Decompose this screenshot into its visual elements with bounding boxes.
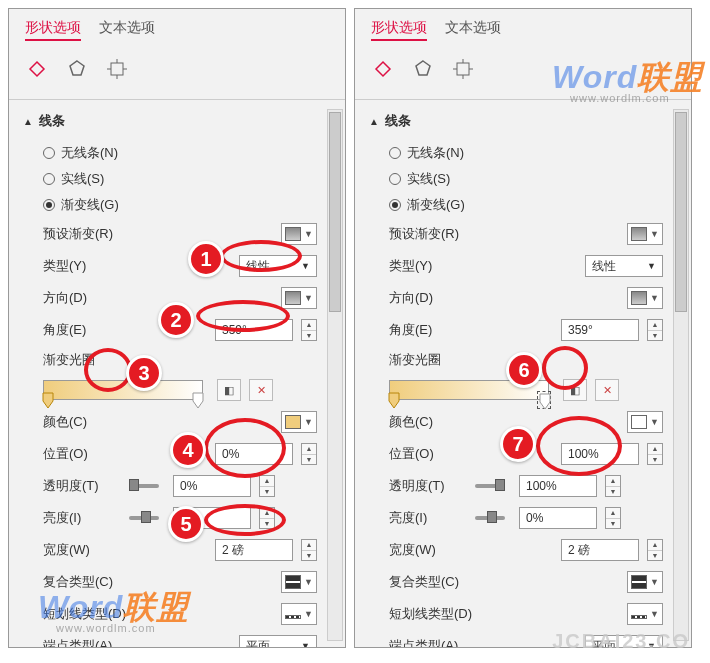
annotation-badge-3: 3 — [126, 355, 162, 391]
svg-rect-7 — [457, 63, 469, 75]
gradient-stop-1[interactable] — [41, 391, 55, 409]
label-type: 类型(Y) — [389, 257, 577, 275]
position-spinner[interactable]: ▲▼ — [301, 443, 317, 465]
tab-text-options[interactable]: 文本选项 — [99, 19, 155, 41]
label-brightness: 亮度(I) — [43, 509, 115, 527]
gradient-stop-1[interactable] — [387, 391, 401, 409]
angle-spinner[interactable]: ▲▼ — [647, 319, 663, 341]
annotation-badge-4: 4 — [170, 432, 206, 468]
label-compound: 复合类型(C) — [389, 573, 619, 591]
label-dash: 短划线类型(D) — [389, 605, 619, 623]
label-width: 宽度(W) — [43, 541, 207, 559]
fill-icon[interactable] — [25, 57, 49, 85]
transparency-input[interactable]: 100% — [519, 475, 597, 497]
brightness-slider[interactable] — [475, 516, 505, 520]
type-dropdown[interactable]: 线性▼ — [239, 255, 317, 277]
label-transparency: 透明度(T) — [43, 477, 115, 495]
direction-dropdown[interactable]: ▼ — [627, 287, 663, 309]
gradient-stop-2[interactable] — [537, 391, 551, 409]
compound-type-dropdown[interactable]: ▼ — [627, 571, 663, 593]
width-spinner[interactable]: ▲▼ — [647, 539, 663, 561]
svg-rect-1 — [111, 63, 123, 75]
vertical-scrollbar[interactable] — [327, 109, 343, 641]
direction-dropdown[interactable]: ▼ — [281, 287, 317, 309]
width-input[interactable]: 2 磅 — [561, 539, 639, 561]
tab-shape-options[interactable]: 形状选项 — [371, 19, 427, 41]
section-line[interactable]: ▲线条 — [369, 108, 663, 140]
radio-no-line[interactable]: 无线条(N) — [369, 140, 663, 166]
size-icon[interactable] — [451, 57, 475, 85]
position-input[interactable]: 100% — [561, 443, 639, 465]
dash-type-dropdown[interactable]: ▼ — [281, 603, 317, 625]
svg-marker-0 — [70, 61, 84, 75]
label-brightness: 亮度(I) — [389, 509, 461, 527]
fill-icon[interactable] — [371, 57, 395, 85]
label-direction: 方向(D) — [389, 289, 619, 307]
annotation-badge-7: 7 — [500, 426, 536, 462]
transparency-spinner[interactable]: ▲▼ — [605, 475, 621, 497]
radio-gradient-line[interactable]: 渐变线(G) — [23, 192, 317, 218]
remove-stop-button[interactable]: ✕ — [249, 379, 273, 401]
position-input[interactable]: 0% — [215, 443, 293, 465]
annotation-badge-2: 2 — [158, 302, 194, 338]
gradient-stop-2[interactable] — [191, 391, 205, 409]
effects-icon[interactable] — [65, 57, 89, 85]
add-stop-button[interactable]: ◧ — [217, 379, 241, 401]
radio-gradient-line[interactable]: 渐变线(G) — [369, 192, 663, 218]
brightness-spinner[interactable]: ▲▼ — [605, 507, 621, 529]
add-stop-button[interactable]: ◧ — [563, 379, 587, 401]
width-input[interactable]: 2 磅 — [215, 539, 293, 561]
brightness-spinner[interactable]: ▲▼ — [259, 507, 275, 529]
effects-icon[interactable] — [411, 57, 435, 85]
color-picker[interactable]: ▼ — [627, 411, 663, 433]
label-transparency: 透明度(T) — [389, 477, 461, 495]
label-color: 颜色(C) — [43, 413, 273, 431]
angle-input[interactable]: 359° — [561, 319, 639, 341]
tab-text-options[interactable]: 文本选项 — [445, 19, 501, 41]
watermark-bottom-right: JCBAI23.CO — [552, 630, 690, 653]
position-spinner[interactable]: ▲▼ — [647, 443, 663, 465]
remove-stop-button[interactable]: ✕ — [595, 379, 619, 401]
label-width: 宽度(W) — [389, 541, 553, 559]
radio-solid-line[interactable]: 实线(S) — [23, 166, 317, 192]
transparency-slider[interactable] — [475, 484, 505, 488]
transparency-spinner[interactable]: ▲▼ — [259, 475, 275, 497]
collapse-icon: ▲ — [23, 116, 33, 127]
type-dropdown[interactable]: 线性▼ — [585, 255, 663, 277]
width-spinner[interactable]: ▲▼ — [301, 539, 317, 561]
label-color: 颜色(C) — [389, 413, 619, 431]
angle-spinner[interactable]: ▲▼ — [301, 319, 317, 341]
brightness-slider[interactable] — [129, 516, 159, 520]
transparency-slider[interactable] — [129, 484, 159, 488]
annotation-badge-5: 5 — [168, 506, 204, 542]
label-preset: 预设渐变(R) — [43, 225, 273, 243]
collapse-icon: ▲ — [369, 116, 379, 127]
annotation-badge-1: 1 — [188, 241, 224, 277]
format-shape-panel-right: 形状选项 文本选项 ▲线条 无线条(N) 实线(S) 渐变线(G) 预设渐变(R… — [354, 8, 692, 648]
transparency-input[interactable]: 0% — [173, 475, 251, 497]
size-icon[interactable] — [105, 57, 129, 85]
label-cap: 端点类型(A) — [389, 637, 577, 648]
watermark-url-top: www.wordlm.com — [570, 92, 670, 104]
radio-no-line[interactable]: 无线条(N) — [23, 140, 317, 166]
annotation-badge-6: 6 — [506, 352, 542, 388]
cap-type-dropdown[interactable]: 平面▼ — [239, 635, 317, 648]
radio-solid-line[interactable]: 实线(S) — [369, 166, 663, 192]
tab-shape-options[interactable]: 形状选项 — [25, 19, 81, 41]
preset-gradient-dropdown[interactable]: ▼ — [627, 223, 663, 245]
compound-type-dropdown[interactable]: ▼ — [281, 571, 317, 593]
label-gradient-stops: 渐变光圈 — [43, 351, 317, 369]
angle-input[interactable]: 359° — [215, 319, 293, 341]
gradient-stops-bar[interactable] — [43, 380, 203, 400]
dash-type-dropdown[interactable]: ▼ — [627, 603, 663, 625]
label-angle: 角度(E) — [389, 321, 553, 339]
brightness-input[interactable]: 0% — [519, 507, 597, 529]
label-cap: 端点类型(A) — [43, 637, 231, 648]
preset-gradient-dropdown[interactable]: ▼ — [281, 223, 317, 245]
watermark-url-bottom: www.wordlm.com — [56, 622, 156, 634]
vertical-scrollbar[interactable] — [673, 109, 689, 641]
section-line[interactable]: ▲线条 — [23, 108, 317, 140]
svg-marker-6 — [416, 61, 430, 75]
color-picker[interactable]: ▼ — [281, 411, 317, 433]
label-direction: 方向(D) — [43, 289, 273, 307]
